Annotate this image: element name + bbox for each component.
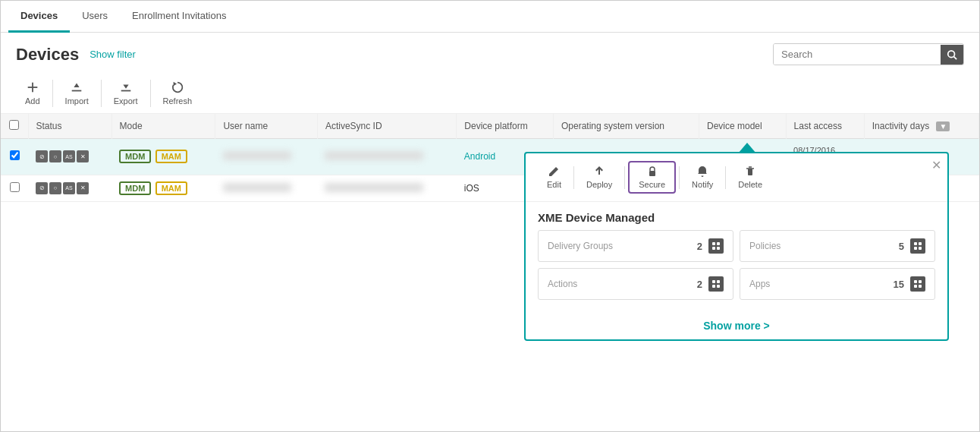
popup-edit-button[interactable]: Edit [538, 162, 570, 192]
popup-edit-label: Edit [547, 180, 561, 189]
col-platform: Device platform [457, 114, 554, 139]
col-last-access: Last access [786, 114, 864, 139]
svg-rect-11 [712, 242, 715, 245]
separator-2 [101, 80, 102, 107]
apps-label: Apps [749, 279, 770, 289]
search-button[interactable] [941, 45, 963, 65]
col-os-version: Operating system version [553, 114, 699, 139]
page-header: Devices Show filter [1, 33, 979, 73]
status-icon-3: AS [63, 182, 75, 194]
add-button[interactable]: Add [16, 77, 49, 109]
svg-line-1 [954, 56, 957, 59]
svg-rect-19 [712, 280, 715, 283]
status-icon-2: ○ [49, 150, 61, 162]
popup-sep-4 [725, 166, 726, 189]
apps-count: 15 [894, 279, 904, 290]
col-status: Status [28, 114, 112, 139]
tab-users[interactable]: Users [70, 1, 120, 33]
badge-mam: MAM [155, 181, 187, 195]
svg-rect-16 [919, 242, 922, 245]
col-mode: Mode [112, 114, 215, 139]
popup-sep-1 [573, 166, 574, 189]
show-filter-link[interactable]: Show filter [90, 49, 136, 60]
popup-cell-actions[interactable]: Actions 2 [538, 268, 733, 300]
status-icon-1: ⊘ [36, 182, 48, 194]
actions-icon [708, 276, 724, 292]
row2-status: ⊘ ○ AS ✕ [28, 175, 112, 201]
row1-activesync [317, 139, 456, 175]
tab-enrollment-invitations[interactable]: Enrollment Invitations [120, 1, 238, 33]
svg-rect-12 [717, 242, 720, 245]
col-scroll-icon[interactable]: ▼ [936, 121, 950, 131]
nav-tabs: Devices Users Enrollment Invitations [1, 1, 979, 33]
popup-delete-button[interactable]: Delete [729, 162, 771, 192]
row2-username [215, 175, 318, 201]
svg-point-0 [948, 50, 955, 57]
tab-devices[interactable]: Devices [8, 1, 70, 33]
popup-cell-apps[interactable]: Apps 15 [740, 268, 935, 300]
col-device-model: Device model [699, 114, 787, 139]
add-label: Add [25, 96, 40, 106]
search-input[interactable] [774, 44, 941, 65]
col-username: User name [215, 114, 318, 139]
row1-status: ⊘ ○ AS ✕ [28, 139, 112, 175]
svg-rect-23 [914, 280, 917, 283]
svg-rect-10 [748, 169, 752, 175]
svg-rect-18 [919, 247, 922, 250]
row2-checkbox[interactable] [1, 175, 28, 201]
svg-rect-9 [649, 171, 655, 176]
toolbar: Add Import Export Refresh [1, 73, 979, 114]
separator-3 [150, 80, 151, 107]
badge-mdm: MDM [119, 150, 151, 163]
svg-marker-5 [74, 84, 80, 87]
delivery-groups-label: Delivery Groups [548, 241, 613, 251]
refresh-label: Refresh [163, 96, 193, 106]
svg-rect-15 [914, 242, 917, 245]
import-label: Import [65, 96, 89, 106]
popup-notify-label: Notify [692, 180, 713, 189]
row1-mode: MDM MAM [112, 139, 215, 175]
popup-sep-3 [679, 166, 680, 189]
row2-activesync [317, 175, 456, 201]
header-checkbox[interactable] [1, 114, 28, 139]
svg-rect-22 [717, 285, 720, 288]
svg-rect-13 [712, 247, 715, 250]
status-icon-1: ⊘ [36, 150, 48, 162]
show-more-button[interactable]: Show more > [526, 312, 947, 339]
badge-mdm: MDM [119, 181, 151, 195]
row1-checkbox[interactable] [1, 139, 28, 175]
popup-toolbar: Edit Deploy Secure Notify Delete [526, 153, 947, 202]
svg-rect-3 [27, 87, 37, 88]
status-icon-4: ✕ [77, 182, 89, 194]
table-header: Status Mode User name ActiveSync ID Devi… [1, 114, 979, 139]
badge-mam: MAM [155, 150, 187, 163]
svg-rect-14 [717, 247, 720, 250]
policies-label: Policies [749, 241, 781, 251]
apps-icon [910, 276, 925, 292]
svg-rect-24 [919, 280, 922, 283]
policies-icon [910, 238, 925, 254]
col-activesync: ActiveSync ID [317, 114, 456, 139]
popup-sep-2 [624, 166, 625, 189]
popup-cell-delivery-groups[interactable]: Delivery Groups 2 [538, 230, 733, 262]
svg-rect-17 [914, 247, 917, 250]
popup-grid: Delivery Groups 2 Policies 5 Actions 2 [526, 230, 947, 312]
svg-rect-6 [121, 90, 130, 92]
popup-arrow [738, 143, 756, 153]
actions-count: 2 [697, 279, 702, 290]
popup-notify-button[interactable]: Notify [683, 162, 722, 192]
export-button[interactable]: Export [105, 77, 147, 109]
popup-secure-label: Secure [639, 180, 665, 189]
svg-rect-26 [919, 285, 922, 288]
svg-marker-8 [173, 82, 177, 86]
status-icon-3: AS [63, 150, 75, 162]
popup-close-button[interactable]: ✕ [931, 158, 941, 172]
popup-secure-button[interactable]: Secure [628, 161, 676, 194]
import-button[interactable]: Import [56, 77, 98, 109]
svg-rect-21 [712, 285, 715, 288]
svg-rect-25 [914, 285, 917, 288]
popup-cell-policies[interactable]: Policies 5 [740, 230, 935, 262]
popup-deploy-button[interactable]: Deploy [577, 162, 621, 192]
refresh-button[interactable]: Refresh [154, 77, 202, 109]
svg-rect-20 [717, 280, 720, 283]
